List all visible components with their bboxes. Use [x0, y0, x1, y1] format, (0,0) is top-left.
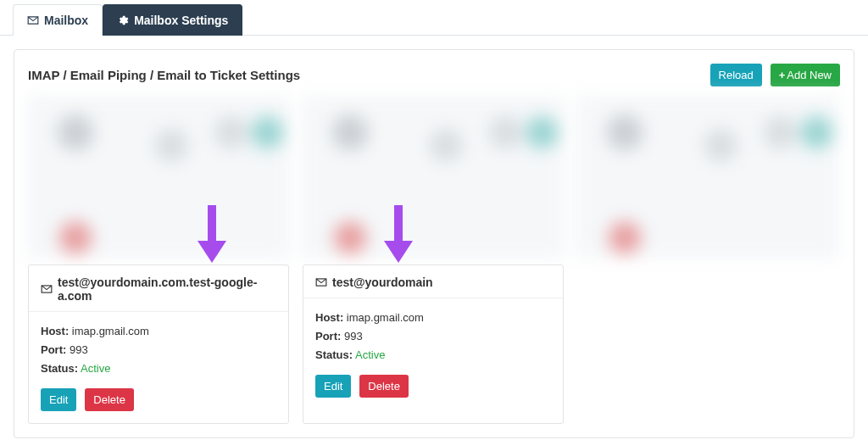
port-label: Port:: [41, 343, 66, 356]
port-value: 993: [70, 343, 88, 356]
mailbox-card: test@yourdomain Host: imap.gmail.com Por…: [303, 265, 564, 424]
status-label: Status:: [41, 362, 78, 375]
plus-icon: +: [779, 69, 786, 81]
mailbox-email: test@yourdomain.com.test-google-a.com: [58, 276, 276, 303]
tab-mailbox-settings[interactable]: Mailbox Settings: [103, 4, 242, 36]
annotation-arrow-icon: [198, 205, 226, 263]
add-new-button[interactable]: +Add New: [771, 64, 840, 86]
status-value: Active: [355, 348, 385, 361]
status-label: Status:: [315, 348, 353, 361]
delete-button[interactable]: Delete: [359, 375, 409, 398]
tab-mailbox-label: Mailbox: [44, 14, 88, 27]
blurred-card: [303, 97, 564, 258]
edit-button[interactable]: Edit: [41, 388, 76, 411]
port-label: Port:: [315, 330, 341, 343]
tab-bar: Mailbox Mailbox Settings: [0, 0, 868, 36]
tab-mailbox[interactable]: Mailbox: [13, 4, 103, 36]
host-value: imap.gmail.com: [72, 325, 149, 337]
settings-panel: IMAP / Email Piping / Email to Ticket Se…: [14, 49, 854, 438]
blurred-cards-row: [28, 97, 840, 258]
port-value: 993: [344, 330, 363, 343]
svg-marker-1: [198, 241, 226, 263]
mailbox-email: test@yourdomain: [332, 276, 433, 289]
host-label: Host:: [315, 311, 343, 324]
reload-button[interactable]: Reload: [710, 64, 762, 86]
panel-title: IMAP / Email Piping / Email to Ticket Se…: [28, 68, 300, 82]
envelope-icon: [27, 14, 39, 26]
tab-settings-label: Mailbox Settings: [134, 14, 228, 27]
gear-icon: [117, 14, 129, 26]
svg-rect-0: [208, 205, 216, 242]
blurred-card: [577, 97, 838, 258]
envelope-icon: [315, 276, 327, 288]
host-value: imap.gmail.com: [347, 311, 424, 324]
host-label: Host:: [41, 325, 69, 337]
svg-marker-3: [384, 241, 413, 263]
blurred-card: [28, 97, 289, 258]
annotation-arrow-icon: [384, 205, 413, 263]
mailbox-card: test@yourdomain.com.test-google-a.com Ho…: [28, 265, 289, 424]
svg-rect-2: [394, 205, 403, 242]
status-value: Active: [81, 362, 110, 375]
edit-button[interactable]: Edit: [315, 375, 351, 398]
delete-button[interactable]: Delete: [85, 388, 134, 411]
envelope-icon: [41, 283, 53, 295]
mailbox-cards-row: test@yourdomain.com.test-google-a.com Ho…: [28, 265, 840, 424]
